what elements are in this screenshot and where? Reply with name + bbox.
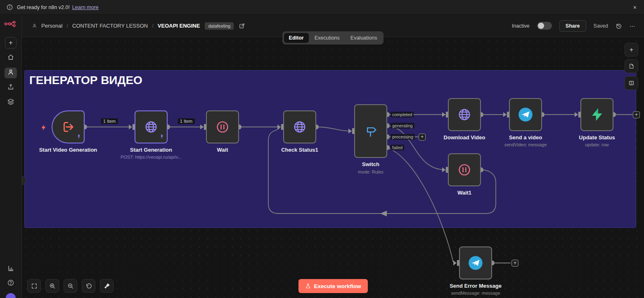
sidebar-item-shared[interactable] <box>5 82 17 93</box>
breadcrumb-separator: / <box>152 23 154 29</box>
pause-icon <box>215 120 230 134</box>
n8n-logo-icon <box>4 20 17 30</box>
add-workflow-button[interactable]: + <box>5 37 17 49</box>
zoom-in-button[interactable] <box>45 279 59 293</box>
flask-icon <box>305 283 310 289</box>
view-tabs: Editor Executions Evaluations <box>282 31 384 45</box>
http-globe-icon <box>292 120 307 134</box>
fit-view-button[interactable] <box>27 279 41 293</box>
items-count-label: 1 Item <box>101 118 118 124</box>
saved-status: Saved <box>594 23 608 29</box>
http-globe-icon <box>457 107 472 122</box>
tidy-up-button[interactable] <box>100 279 114 293</box>
node-download-video[interactable]: Download Video <box>448 98 481 131</box>
breadcrumb-project[interactable]: Personal <box>41 23 62 29</box>
node-check-status1[interactable]: Check Status1 <box>283 110 316 143</box>
add-node-button[interactable]: + <box>625 43 638 56</box>
pin-icon <box>159 134 164 141</box>
more-menu-icon[interactable]: ⋯ <box>630 23 636 29</box>
banner-text: Get ready for n8n v2.0! <box>17 5 70 10</box>
zoom-out-button[interactable] <box>64 279 77 293</box>
share-button[interactable]: Share <box>559 20 586 32</box>
home-icon <box>7 54 14 63</box>
http-globe-icon <box>144 120 159 134</box>
node-subtitle: sendMessage: message <box>426 291 525 296</box>
help-icon <box>7 279 14 288</box>
sidebar-item-help[interactable] <box>5 278 17 289</box>
add-sticky-note-button[interactable] <box>625 59 638 73</box>
breadcrumb: Personal / CONTENT FACTORY LESSON / VEOA… <box>32 23 200 29</box>
items-count-label: 1 Item <box>178 118 195 124</box>
node-update-status[interactable]: Update Status update: row <box>580 98 613 131</box>
tidy-up-icon <box>104 283 110 289</box>
node-send-error-message[interactable]: Send Error Message sendMessage: message <box>459 246 492 279</box>
split-panel-icon <box>628 80 635 86</box>
toggle-knob <box>538 23 544 29</box>
breadcrumb-separator: / <box>66 23 68 29</box>
execute-workflow-label: Execute workflow <box>314 283 361 289</box>
undo-button[interactable] <box>82 279 95 293</box>
zoom-in-icon <box>49 283 56 289</box>
sidebar-item-insights[interactable] <box>5 263 17 274</box>
node-wait1[interactable]: Wait1 <box>448 153 481 186</box>
user-avatar[interactable] <box>6 293 16 298</box>
toggle-panel-button[interactable] <box>625 76 638 90</box>
tab-executions[interactable]: Executions <box>310 33 345 43</box>
tab-editor[interactable]: Editor <box>284 33 309 43</box>
active-state-label: Inactive <box>512 23 530 29</box>
add-node-endpoint[interactable]: + <box>633 111 640 118</box>
version-banner: Get ready for n8n v2.0! Learn more × <box>0 0 644 15</box>
workflow-tag[interactable]: datafeeling <box>205 22 234 30</box>
person-icon <box>7 68 14 77</box>
fit-view-icon <box>31 283 38 289</box>
group-title: ГЕНЕРАТОР ВИДЕО <box>29 74 142 87</box>
node-start-generation[interactable]: Start Generation POST: https://veoapi.ru… <box>135 110 168 143</box>
node-subtitle: mode: Rules <box>321 169 420 174</box>
zoom-out-icon <box>67 283 74 289</box>
close-banner-icon[interactable]: × <box>633 4 637 11</box>
sidebar: + <box>0 15 22 298</box>
execute-workflow-button[interactable]: Execute workflow <box>298 279 367 293</box>
pin-icon <box>76 134 81 141</box>
node-wait[interactable]: Wait <box>206 110 239 143</box>
add-node-endpoint[interactable]: + <box>419 134 426 141</box>
node-label: Switch <box>321 161 420 167</box>
node-subtitle: update: row <box>547 142 644 147</box>
edit-tags-icon[interactable] <box>239 23 245 29</box>
bar-chart-icon <box>7 265 14 273</box>
tab-evaluations[interactable]: Evaluations <box>346 33 382 43</box>
learn-more-link[interactable]: Learn more <box>72 5 99 10</box>
breadcrumb-folder[interactable]: CONTENT FACTORY LESSON <box>72 23 148 29</box>
trigger-bolt-icon <box>40 124 47 133</box>
undo-icon <box>85 283 92 289</box>
content-area: Personal / CONTENT FACTORY LESSON / VEOA… <box>22 15 644 298</box>
sidebar-item-personal[interactable] <box>5 68 17 78</box>
upload-icon <box>7 83 14 92</box>
node-label: Update Status <box>547 134 644 141</box>
workflow-canvas[interactable]: › ГЕНЕРАТОР ВИДЕО <box>22 37 644 298</box>
switch-signpost-icon <box>363 124 378 138</box>
node-switch[interactable]: Switch mode: Rules <box>354 104 387 158</box>
node-label: Send Error Message <box>426 283 525 289</box>
sidebar-item-home[interactable] <box>5 53 17 63</box>
history-icon[interactable] <box>616 23 622 29</box>
project-person-icon <box>32 23 37 28</box>
node-subtitle: POST: https://veoapi.ru/api/v... <box>102 155 201 160</box>
pause-icon <box>457 162 472 177</box>
sticky-note-icon <box>628 63 635 69</box>
active-toggle[interactable] <box>537 22 552 30</box>
switch-output-label: processing <box>391 134 415 140</box>
add-node-endpoint[interactable]: + <box>511 260 519 267</box>
telegram-icon <box>517 106 534 123</box>
supabase-icon <box>590 107 604 122</box>
node-send-a-video[interactable]: Send a video sendVideo: message <box>509 98 542 131</box>
layers-icon <box>7 98 14 107</box>
webhook-trigger-icon <box>61 120 75 134</box>
telegram-icon <box>467 255 484 271</box>
workflow-name[interactable]: VEOAPI ENGINE <box>158 23 200 29</box>
node-label: Check Status1 <box>250 147 349 153</box>
sidebar-item-templates[interactable] <box>5 97 17 108</box>
switch-output-label: failed <box>391 145 404 150</box>
node-start-video-generation[interactable]: Start Video Generation <box>52 110 85 143</box>
node-label: Wait1 <box>415 190 514 196</box>
